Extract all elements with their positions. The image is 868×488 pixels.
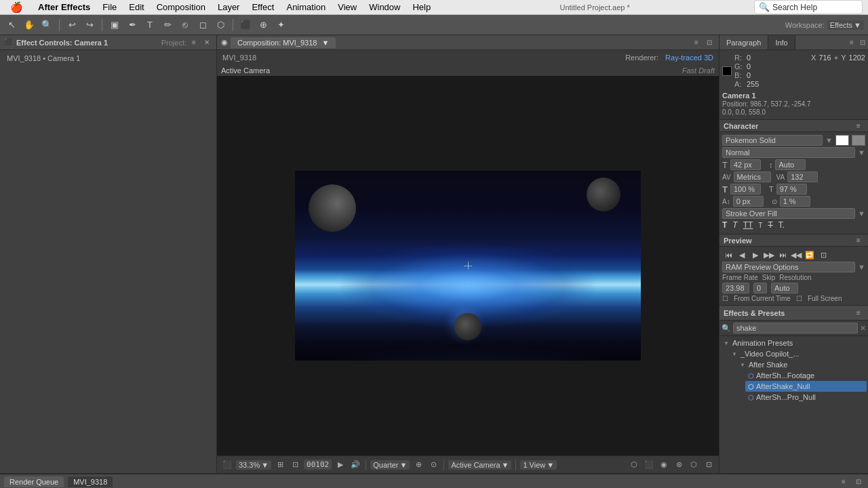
panel-menu-btn[interactable]: ≡ bbox=[189, 37, 199, 48]
tree-item-pro-null[interactable]: ⬡ AfterSh...Pro_Null bbox=[745, 392, 867, 403]
tsb-input[interactable]: 100 % bbox=[730, 184, 761, 195]
allcaps-btn[interactable]: T. bbox=[778, 220, 785, 230]
composition-canvas[interactable] bbox=[295, 171, 641, 361]
zoom-tool[interactable]: 🔍 bbox=[39, 18, 54, 33]
text-tool[interactable]: T bbox=[142, 18, 157, 33]
prev-audio-btn[interactable]: ◀◀ bbox=[790, 249, 802, 260]
style-dropdown[interactable]: Normal bbox=[722, 147, 855, 158]
menu-help[interactable]: Help bbox=[408, 1, 435, 14]
brush-tool[interactable]: ✏ bbox=[160, 18, 175, 33]
search-help-box[interactable]: 🔍 Search Help bbox=[754, 0, 863, 14]
menu-layer[interactable]: Layer bbox=[213, 1, 245, 14]
strikethrough-btn[interactable]: T bbox=[768, 220, 772, 230]
app-menu[interactable]: After Effects bbox=[33, 1, 95, 14]
pen-tool[interactable]: ✒ bbox=[125, 18, 140, 33]
camera-tool[interactable]: ⬛ bbox=[238, 18, 253, 33]
menu-window[interactable]: Window bbox=[364, 1, 405, 14]
viewer-play-btn[interactable]: ▶ bbox=[334, 459, 347, 471]
last-frame-btn[interactable]: ⏭ bbox=[776, 249, 789, 260]
fill-color-swatch[interactable] bbox=[835, 135, 849, 146]
redo-btn[interactable]: ↪ bbox=[82, 18, 97, 33]
effects-search-input[interactable] bbox=[733, 323, 858, 333]
ram-options-dropdown[interactable]: RAM Preview Options bbox=[722, 262, 855, 272]
workspace-dropdown[interactable]: Effects ▼ bbox=[827, 20, 864, 30]
viewer-audio-btn[interactable]: 🔊 bbox=[349, 459, 361, 471]
comp-tab-name[interactable]: Composition: MVI_9318 ▼ bbox=[231, 37, 336, 48]
undo-btn[interactable]: ↩ bbox=[64, 18, 79, 33]
loop-btn[interactable]: 🔁 bbox=[804, 249, 816, 260]
ram-btn[interactable]: ⊡ bbox=[817, 249, 829, 260]
viewer-grid2-btn[interactable]: ⬛ bbox=[643, 459, 655, 471]
leading-input[interactable]: Auto bbox=[775, 159, 806, 170]
font-size-input[interactable]: 42 px bbox=[730, 159, 761, 170]
quality-control[interactable]: Quarter ▼ bbox=[370, 460, 410, 470]
tl-tab-comp[interactable]: MVI_9318 bbox=[68, 476, 113, 487]
tree-item-after-shake[interactable]: ▼ After Shake bbox=[737, 359, 867, 370]
viewer-motion-blur-btn[interactable]: ⊛ bbox=[673, 459, 685, 471]
play-btn[interactable]: ▶ bbox=[749, 249, 762, 260]
kerning-dropdown[interactable]: Metrics bbox=[734, 171, 771, 182]
bold-btn[interactable]: T bbox=[722, 220, 727, 230]
prev-panel-menu[interactable]: ≡ bbox=[853, 235, 864, 246]
viewer-exposure-btn[interactable]: ⊙ bbox=[427, 459, 439, 471]
tss-input[interactable]: 97 % bbox=[776, 184, 807, 195]
camera-control[interactable]: Active Camera ▼ bbox=[448, 460, 511, 470]
viewer-draft-btn[interactable]: ⬡ bbox=[688, 459, 700, 471]
orbit-tool[interactable]: ⊕ bbox=[256, 18, 271, 33]
tree-item-video-copilot[interactable]: ▼ _Video Copilot_... bbox=[729, 348, 867, 359]
effects-search-clear[interactable]: ✕ bbox=[860, 324, 866, 333]
right-panel-menu[interactable]: ≡ bbox=[846, 37, 857, 48]
tab-paragraph[interactable]: Paragraph bbox=[719, 35, 768, 49]
baseline-input[interactable]: 0 px bbox=[733, 196, 764, 207]
right-panel-close[interactable]: ⊡ bbox=[857, 37, 868, 48]
panel-close-btn[interactable]: ✕ bbox=[201, 37, 212, 48]
underline-btn[interactable]: TT bbox=[743, 220, 753, 230]
tree-item-footage[interactable]: ⬡ AfterSh...Footage bbox=[745, 370, 867, 381]
char-panel-menu[interactable]: ≡ bbox=[853, 121, 864, 131]
pan-tool[interactable]: ✦ bbox=[273, 18, 288, 33]
eraser-tool[interactable]: ◻ bbox=[195, 18, 210, 33]
info-color-swatch[interactable] bbox=[722, 66, 732, 76]
viewer-expand-btn[interactable]: ⊡ bbox=[703, 459, 715, 471]
tl-tab-render[interactable]: Render Queue bbox=[4, 476, 64, 487]
full-screen-checkbox[interactable]: ☐ bbox=[796, 295, 802, 302]
menu-file[interactable]: File bbox=[98, 1, 121, 14]
stroke-color-swatch[interactable] bbox=[852, 135, 865, 146]
tl-panel-expand[interactable]: ⊡ bbox=[853, 476, 864, 487]
select-tool[interactable]: ↖ bbox=[4, 18, 19, 33]
clone-tool[interactable]: ⎋ bbox=[178, 18, 193, 33]
first-frame-btn[interactable]: ⏮ bbox=[722, 249, 734, 260]
tree-item-animation-presets[interactable]: ▼ Animation Presets bbox=[721, 338, 867, 348]
tree-item-null-selected[interactable]: ⬡ AfterShake_Null bbox=[745, 381, 867, 392]
frame-rate-input[interactable]: 23.98 bbox=[722, 283, 749, 293]
italic-btn[interactable]: T bbox=[732, 220, 737, 230]
viewer-grid-btn[interactable]: ⬛ bbox=[221, 459, 233, 471]
menu-effect[interactable]: Effect bbox=[247, 1, 279, 14]
skip-input[interactable]: 0 bbox=[753, 283, 767, 293]
viewer-3d-btn[interactable]: ⬡ bbox=[628, 459, 640, 471]
menu-animation[interactable]: Animation bbox=[281, 1, 330, 14]
menu-view[interactable]: View bbox=[333, 1, 361, 14]
viewer-fit-btn[interactable]: ⊞ bbox=[274, 459, 286, 471]
viewer-pixel-btn[interactable]: ⊡ bbox=[289, 459, 301, 471]
tl-panel-menu[interactable]: ≡ bbox=[838, 476, 849, 487]
next-frame-btn[interactable]: ▶▶ bbox=[763, 249, 775, 260]
stroke-dropdown[interactable]: Stroke Over Fill bbox=[722, 208, 855, 219]
tab-info[interactable]: Info bbox=[768, 35, 795, 49]
comp-expand-btn[interactable]: ⊡ bbox=[704, 37, 715, 48]
apple-menu[interactable]: 🍎 bbox=[5, 0, 28, 15]
tracking-input[interactable]: 132 bbox=[787, 171, 818, 182]
comp-menu-btn[interactable]: ≡ bbox=[691, 37, 702, 48]
res-dropdown[interactable]: Auto bbox=[771, 283, 798, 293]
menu-composition[interactable]: Composition bbox=[152, 1, 210, 14]
viewer-channel-btn[interactable]: ⊕ bbox=[412, 459, 425, 471]
font-dropdown[interactable]: Pokemon Solid bbox=[722, 135, 823, 146]
prev-frame-btn[interactable]: ◀ bbox=[736, 249, 748, 260]
timecode-display[interactable]: 00102 bbox=[304, 460, 332, 470]
shape-tool[interactable]: ▣ bbox=[107, 18, 122, 33]
roto-tool[interactable]: ⬡ bbox=[213, 18, 228, 33]
viewer-snap-btn[interactable]: ◉ bbox=[658, 459, 670, 471]
superscript-btn[interactable]: T bbox=[758, 222, 762, 229]
zoom-control[interactable]: 33.3% ▼ bbox=[236, 460, 271, 470]
effects-menu[interactable]: ≡ bbox=[853, 308, 864, 319]
